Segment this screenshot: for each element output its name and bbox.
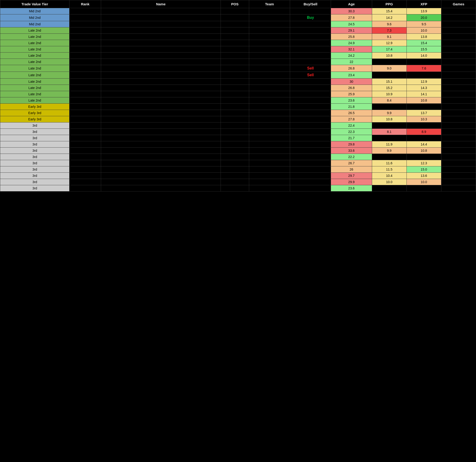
table-row: Mid 2nd24.59.69.5 [0, 21, 476, 27]
xfp-cell: 10.0 [407, 27, 441, 34]
team-cell [249, 129, 290, 135]
games-cell [441, 14, 476, 21]
age-cell: 25.8 [331, 34, 372, 40]
name-cell [101, 8, 221, 14]
table-row: Late 2nd25.910.914.1 [0, 91, 476, 97]
name-cell [101, 72, 221, 79]
age-cell: 25.9 [331, 91, 372, 97]
xfp-cell: 10.8 [407, 148, 441, 154]
name-cell [101, 173, 221, 179]
tier-cell: Late 2nd [0, 85, 69, 91]
ppg-cell: 8.1 [372, 129, 407, 135]
xfp-cell: 13.7 [407, 110, 441, 116]
xfp-cell [407, 135, 441, 141]
xfp-cell [407, 122, 441, 129]
xfp-cell: 15.5 [407, 46, 441, 52]
buysell-cell [290, 129, 331, 135]
age-cell: 24.5 [331, 21, 372, 27]
team-cell [249, 116, 290, 122]
ppg-cell [372, 59, 407, 65]
table-row: 3rd26.711.612.3 [0, 160, 476, 166]
rank-cell [69, 148, 101, 154]
pos-cell [221, 21, 249, 27]
name-cell [101, 85, 221, 91]
rank-cell [69, 135, 101, 141]
name-cell [101, 40, 221, 46]
pos-cell [221, 52, 249, 59]
ppg-cell: 11.6 [372, 160, 407, 166]
ppg-cell: 15.1 [372, 79, 407, 85]
buysell-cell [290, 79, 331, 85]
name-cell [101, 14, 221, 21]
xfp-cell: 15.4 [407, 40, 441, 46]
buysell-cell [290, 34, 331, 40]
name-cell [101, 160, 221, 166]
ppg-cell [372, 185, 407, 192]
age-cell: 24.9 [331, 40, 372, 46]
name-cell [101, 166, 221, 173]
buysell-cell: Sell [290, 72, 331, 79]
tier-cell: Early 3rd [0, 116, 69, 122]
rank-cell [69, 34, 101, 40]
tier-cell: Late 2nd [0, 40, 69, 46]
rank-cell [69, 185, 101, 192]
team-cell [249, 21, 290, 27]
table-row: 3rd33.69.910.8 [0, 148, 476, 154]
ppg-cell [372, 72, 407, 79]
xfp-cell: 12.3 [407, 160, 441, 166]
xfp-cell: 9.5 [407, 21, 441, 27]
age-cell: 22.4 [331, 122, 372, 129]
team-cell [249, 65, 290, 72]
name-cell [101, 91, 221, 97]
table-row: Late 2nd24.912.915.4 [0, 40, 476, 46]
table-row: Late 2nd22 [0, 59, 476, 65]
team-cell [249, 166, 290, 173]
tier-cell: Late 2nd [0, 72, 69, 79]
team-cell [249, 72, 290, 79]
pos-cell [221, 40, 249, 46]
rank-cell [69, 110, 101, 116]
tier-cell: Late 2nd [0, 91, 69, 97]
name-cell [101, 52, 221, 59]
games-cell [441, 27, 476, 34]
games-cell [441, 173, 476, 179]
ppg-cell: 9.9 [372, 148, 407, 154]
name-cell [101, 27, 221, 34]
xfp-cell: 10.0 [407, 179, 441, 185]
games-cell [441, 40, 476, 46]
pos-cell [221, 166, 249, 173]
age-cell: 21.7 [331, 135, 372, 141]
rank-cell [69, 104, 101, 110]
rank-cell [69, 14, 101, 21]
team-cell [249, 173, 290, 179]
name-cell [101, 104, 221, 110]
pos-cell [221, 141, 249, 148]
table-row: Early 3rd26.59.913.7 [0, 110, 476, 116]
name-cell [101, 79, 221, 85]
xfp-cell: 20.0 [407, 14, 441, 21]
header-xfp: XFP [407, 0, 441, 8]
table-row: Late 2nd23.68.410.8 [0, 97, 476, 104]
age-cell: 27.8 [331, 116, 372, 122]
buysell-cell [290, 59, 331, 65]
xfp-cell: 14.3 [407, 85, 441, 91]
pos-cell [221, 173, 249, 179]
tier-cell: 3rd [0, 141, 69, 148]
table-row: Late 2nd32.117.415.5 [0, 46, 476, 52]
age-cell: 21.8 [331, 104, 372, 110]
pos-cell [221, 116, 249, 122]
age-cell: 30.3 [331, 8, 372, 14]
games-cell [441, 135, 476, 141]
table-row: Early 3rd21.8 [0, 104, 476, 110]
rank-cell [69, 46, 101, 52]
ppg-cell [372, 154, 407, 160]
age-cell: 23.4 [331, 72, 372, 79]
pos-cell [221, 104, 249, 110]
age-cell: 29.7 [331, 173, 372, 179]
rank-cell [69, 65, 101, 72]
games-cell [441, 91, 476, 97]
name-cell [101, 129, 221, 135]
buysell-cell [290, 160, 331, 166]
games-cell [441, 185, 476, 192]
games-cell [441, 52, 476, 59]
